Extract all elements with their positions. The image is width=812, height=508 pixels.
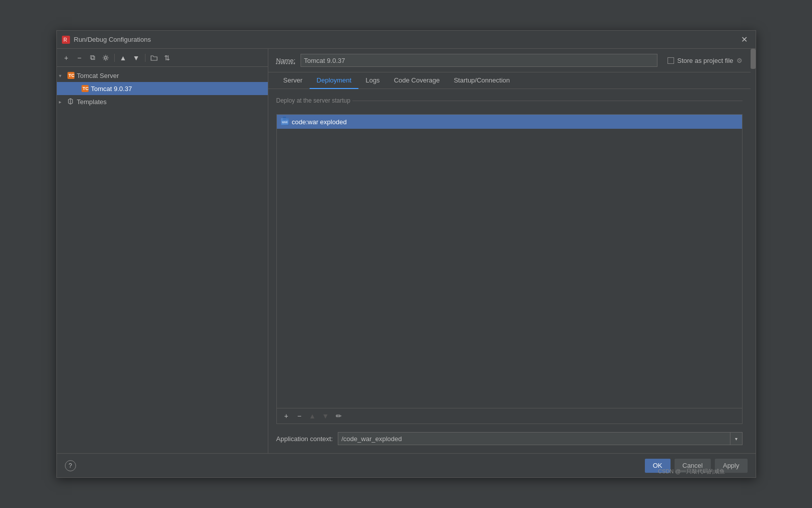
store-project-checkbox[interactable] xyxy=(668,57,674,64)
remove-config-button[interactable]: − xyxy=(74,52,85,63)
right-scrollbar[interactable] xyxy=(751,49,756,453)
store-project-gear-icon[interactable]: ⚙ xyxy=(736,57,743,64)
svg-point-2 xyxy=(104,56,107,59)
watermark: CSDN @一只敲代码的咸鱼 xyxy=(658,468,725,475)
right-scroll-area: Name: Store as project file ⚙ Server Dep… xyxy=(268,49,756,453)
copy-config-button[interactable]: ⧉ xyxy=(87,52,98,63)
tab-code-coverage[interactable]: Code Coverage xyxy=(387,72,447,89)
move-up-button[interactable]: ▲ xyxy=(118,52,129,63)
sort-button[interactable]: ⇅ xyxy=(162,52,173,63)
deployment-item-label: code:war exploded xyxy=(292,118,347,126)
move-down-deployment-button[interactable]: ▼ xyxy=(320,410,331,421)
remove-deployment-button[interactable]: − xyxy=(294,410,305,421)
tomcat-instance-label: Tomcat 9.0.37 xyxy=(91,85,132,93)
tree-area: ▾ TC Tomcat Server TC xyxy=(57,67,268,453)
deploy-section-label: Deploy at the server startup xyxy=(276,97,350,104)
deploy-section-header: Deploy at the server startup xyxy=(276,97,743,104)
svg-rect-9 xyxy=(283,119,286,120)
toolbar-separator-1 xyxy=(114,54,115,62)
app-context-input[interactable] xyxy=(338,435,729,443)
move-up-deployment-button[interactable]: ▲ xyxy=(307,410,318,421)
help-button[interactable]: ? xyxy=(65,460,76,471)
app-context-dropdown[interactable]: ▾ xyxy=(730,433,742,445)
svg-text:WAR: WAR xyxy=(282,121,288,124)
deployment-list-container: WAR code:war exploded + − ▲ ▼ xyxy=(276,114,743,424)
list-toolbar: + − ▲ ▼ ✏ xyxy=(277,408,742,424)
chevron-down-icon: ▾ xyxy=(59,73,67,78)
edit-deployment-button[interactable]: ✏ xyxy=(333,410,344,421)
templates-label: Templates xyxy=(77,98,107,106)
name-label: Name: xyxy=(276,57,296,64)
deployment-content: Deploy at the server startup xyxy=(268,89,751,453)
tomcat-server-icon: TC xyxy=(67,71,75,79)
app-context-row: Application context: ▾ xyxy=(276,432,743,445)
add-deployment-button[interactable]: + xyxy=(281,410,292,421)
svg-text:TC: TC xyxy=(83,86,89,91)
right-panel: Name: Store as project file ⚙ Server Dep… xyxy=(268,49,751,453)
tomcat-instance-icon: TC xyxy=(81,84,89,93)
svg-text:TC: TC xyxy=(68,73,75,78)
store-project-label: Store as project file xyxy=(677,57,733,64)
settings-button[interactable] xyxy=(100,52,111,63)
tree-item-templates[interactable]: ▸ Templates xyxy=(57,95,268,108)
move-down-button[interactable]: ▼ xyxy=(131,52,142,63)
left-panel: + − ⧉ ▲ ▼ ⇅ xyxy=(57,49,268,453)
add-config-button[interactable]: + xyxy=(61,52,72,63)
name-row: Name: Store as project file ⚙ xyxy=(268,49,751,72)
war-exploded-icon: WAR xyxy=(281,118,289,125)
templates-icon xyxy=(67,98,75,106)
tab-logs[interactable]: Logs xyxy=(358,72,387,89)
left-toolbar: + − ⧉ ▲ ▼ ⇅ xyxy=(57,49,268,67)
title-bar: R Run/Debug Configurations ✕ xyxy=(57,31,756,49)
tabs-bar: Server Deployment Logs Code Coverage Sta… xyxy=(268,72,751,89)
toolbar-separator-2 xyxy=(145,54,145,62)
section-divider xyxy=(352,101,743,101)
tree-item-tomcat-server[interactable]: ▾ TC Tomcat Server xyxy=(57,69,268,82)
deployment-list: WAR code:war exploded xyxy=(277,115,742,408)
deployment-item-0[interactable]: WAR code:war exploded xyxy=(277,115,742,129)
tomcat-server-label: Tomcat Server xyxy=(77,72,119,79)
svg-text:R: R xyxy=(63,37,67,43)
tab-deployment[interactable]: Deployment xyxy=(310,72,358,89)
dialog-title: Run/Debug Configurations xyxy=(74,36,738,43)
scroll-thumb[interactable] xyxy=(751,49,756,69)
chevron-right-icon: ▸ xyxy=(59,99,67,105)
bottom-bar: ? OK Cancel Apply xyxy=(57,453,756,477)
main-content: + − ⧉ ▲ ▼ ⇅ xyxy=(57,49,756,453)
tree-item-tomcat-9037[interactable]: TC Tomcat 9.0.37 xyxy=(57,82,268,95)
app-context-input-wrap: ▾ xyxy=(338,432,742,445)
dialog-icon: R xyxy=(62,36,70,44)
name-input[interactable] xyxy=(301,54,657,67)
close-button[interactable]: ✕ xyxy=(738,34,751,45)
tab-server[interactable]: Server xyxy=(276,72,310,89)
app-context-label: Application context: xyxy=(276,435,333,443)
store-project-row: Store as project file ⚙ xyxy=(668,57,742,64)
tab-startup-connection[interactable]: Startup/Connection xyxy=(447,72,516,89)
folder-button[interactable] xyxy=(149,52,160,63)
run-debug-configurations-dialog: R Run/Debug Configurations ✕ + − ⧉ ▲ xyxy=(56,30,756,478)
